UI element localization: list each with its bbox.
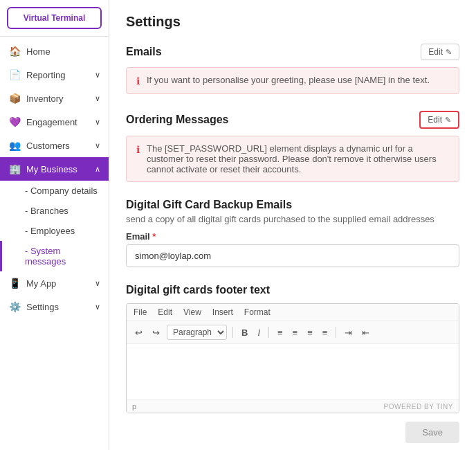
edit-icon: ✎ <box>445 116 451 125</box>
editor-footer: p POWERED BY TINY <box>127 399 459 413</box>
sidebar-item-label: My App <box>26 278 56 289</box>
email-label: Email * <box>126 231 459 242</box>
virtual-terminal-button[interactable]: Virtual Terminal <box>7 7 102 29</box>
dgc-title: Digital Gift Card Backup Emails <box>126 199 459 211</box>
sub-nav: - Company details - Branches - Employees… <box>0 181 109 271</box>
justify-button[interactable]: ≡ <box>320 326 331 339</box>
emails-info-box: ℹ If you want to personalise your greeti… <box>126 67 459 94</box>
inventory-icon: 📦 <box>8 93 21 104</box>
sidebar-item-label: Customers <box>26 141 70 151</box>
digital-gift-card-section: Digital Gift Card Backup Emails send a c… <box>126 199 459 267</box>
align-center-button[interactable]: ≡ <box>290 326 301 339</box>
powered-by-label: POWERED BY TINY <box>384 403 453 411</box>
outdent-button[interactable]: ⇤ <box>359 326 372 339</box>
bold-button[interactable]: B <box>239 326 250 339</box>
chevron-down-icon: ∨ <box>95 141 100 150</box>
chevron-down-icon: ∨ <box>95 71 100 80</box>
align-left-button[interactable]: ≡ <box>275 326 286 339</box>
settings-icon: ⚙️ <box>8 301 21 312</box>
footer-text-section: Digital gift cards footer text File Edit… <box>126 284 459 413</box>
ordering-title: Ordering Messages <box>126 114 229 126</box>
paragraph-select[interactable]: Paragraph <box>167 325 227 340</box>
sidebar-item-reporting[interactable]: 📄 Reporting ∨ <box>0 63 109 87</box>
indent-button[interactable]: ⇥ <box>342 326 355 339</box>
page-title: Settings <box>126 14 459 30</box>
customers-icon: 👥 <box>8 140 21 151</box>
sidebar-item-my-business[interactable]: 🏢 My Business ∧ <box>0 157 109 181</box>
sidebar-item-my-app[interactable]: 📱 My App ∨ <box>0 271 109 295</box>
ordering-section-header: Ordering Messages Edit ✎ <box>126 111 459 129</box>
sidebar-item-customers[interactable]: 👥 Customers ∨ <box>0 134 109 157</box>
menu-edit[interactable]: Edit <box>158 307 172 317</box>
main-content: Settings Emails Edit ✎ ℹ If you want to … <box>109 0 476 450</box>
toolbar-divider <box>268 327 269 338</box>
reporting-icon: 📄 <box>8 69 21 80</box>
ordering-messages-section: Ordering Messages Edit ✎ ℹ The [SET_PASS… <box>126 111 459 182</box>
editor-toolbar: ↩ ↪ Paragraph B I ≡ ≡ ≡ ≡ ⇥ ⇤ <box>127 321 459 344</box>
save-button[interactable]: Save <box>405 422 459 443</box>
email-input[interactable] <box>126 244 459 267</box>
chevron-up-icon: ∧ <box>95 165 100 174</box>
menu-file[interactable]: File <box>134 307 147 317</box>
emails-edit-button[interactable]: Edit ✎ <box>421 44 459 60</box>
emails-section: Emails Edit ✎ ℹ If you want to personali… <box>126 44 459 94</box>
editor-menubar: File Edit View Insert Format <box>127 304 459 321</box>
italic-button[interactable]: I <box>255 326 263 339</box>
p-indicator: p <box>132 402 136 411</box>
save-row: Save <box>126 422 459 443</box>
sidebar-item-employees[interactable]: - Employees <box>0 221 109 241</box>
chevron-down-icon: ∨ <box>95 118 100 127</box>
emails-info-text: If you want to personalise your greeting… <box>147 75 430 85</box>
sidebar-item-inventory[interactable]: 📦 Inventory ∨ <box>0 87 109 110</box>
chevron-down-icon: ∨ <box>95 279 100 288</box>
chevron-down-icon: ∨ <box>95 94 100 103</box>
sidebar-item-label: Home <box>26 46 51 57</box>
sidebar-item-settings[interactable]: ⚙️ Settings ∨ <box>0 295 109 318</box>
align-right-button[interactable]: ≡ <box>304 326 315 339</box>
sidebar-item-label: Inventory <box>26 93 63 104</box>
nav-list: 🏠 Home 📄 Reporting ∨ 📦 Inventory ∨ 💜 Eng… <box>0 37 109 450</box>
sidebar-item-system-messages[interactable]: - System messages <box>0 241 109 271</box>
rich-text-editor: File Edit View Insert Format ↩ ↪ Paragra… <box>126 303 459 413</box>
my-app-icon: 📱 <box>8 278 21 289</box>
sidebar-item-engagement[interactable]: 💜 Engagement ∨ <box>0 110 109 134</box>
sidebar-top: Virtual Terminal <box>0 0 109 37</box>
editor-body[interactable] <box>127 344 459 399</box>
redo-button[interactable]: ↪ <box>149 326 163 339</box>
sidebar-item-branches[interactable]: - Branches <box>0 201 109 221</box>
info-icon: ℹ <box>136 144 140 155</box>
menu-insert[interactable]: Insert <box>212 307 233 317</box>
chevron-down-icon: ∨ <box>95 303 100 312</box>
ordering-info-box: ℹ The [SET_PASSWORD_URL] element display… <box>126 136 459 182</box>
sidebar-item-label: My Business <box>26 164 77 174</box>
engagement-icon: 💜 <box>8 116 21 127</box>
emails-title: Emails <box>126 46 162 58</box>
ordering-info-text: The [SET_PASSWORD_URL] element displays … <box>147 143 449 174</box>
home-icon: 🏠 <box>8 46 21 57</box>
sidebar-item-label: Settings <box>26 302 59 312</box>
toolbar-divider <box>232 327 233 338</box>
menu-view[interactable]: View <box>183 307 201 317</box>
toolbar-divider <box>336 327 336 338</box>
menu-format[interactable]: Format <box>244 307 271 317</box>
emails-section-header: Emails Edit ✎ <box>126 44 459 60</box>
edit-icon: ✎ <box>446 48 452 57</box>
sidebar-item-label: Engagement <box>26 117 77 127</box>
my-business-icon: 🏢 <box>8 163 21 174</box>
info-icon: ℹ <box>136 75 140 87</box>
footer-title: Digital gift cards footer text <box>126 284 459 296</box>
undo-button[interactable]: ↩ <box>132 326 145 339</box>
sidebar-item-home[interactable]: 🏠 Home <box>0 39 109 63</box>
sidebar-item-label: Reporting <box>26 70 65 80</box>
sidebar-item-company-details[interactable]: - Company details <box>0 181 109 201</box>
ordering-edit-button[interactable]: Edit ✎ <box>419 111 459 129</box>
sidebar: Virtual Terminal 🏠 Home 📄 Reporting ∨ 📦 … <box>0 0 109 450</box>
dgc-description: send a copy of all digital gift cards pu… <box>126 214 459 224</box>
